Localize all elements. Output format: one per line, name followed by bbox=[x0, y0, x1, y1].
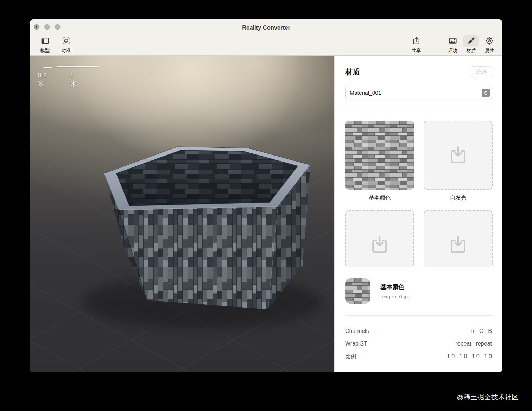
prop-wrap-values: repeat repeat bbox=[455, 337, 492, 350]
prop-scale-values: 1.0 1.0 1.0 1.0 bbox=[447, 350, 492, 363]
selected-texture-meta: 基本颜色 texgen_0.jpg bbox=[380, 283, 411, 299]
toolbar-share-button[interactable]: 共享 bbox=[408, 35, 424, 53]
environment-photo-icon bbox=[445, 35, 461, 47]
slot-emissive[interactable]: 自发光 bbox=[424, 121, 493, 210]
toolbar-material-button[interactable]: 材质 bbox=[463, 35, 479, 53]
slot-emissive-label: 自发光 bbox=[450, 194, 467, 201]
toolbar-environment-label: 环境 bbox=[448, 48, 458, 53]
toolbar-environment-button[interactable]: 环境 bbox=[445, 35, 461, 53]
scale-small-label: 0.2米 bbox=[38, 71, 47, 88]
share-icon bbox=[408, 35, 424, 47]
main-split: 0.2米 1米 材质 还原 Material_001 bbox=[30, 56, 502, 372]
slot-base-color[interactable]: 基本颜色 bbox=[345, 121, 414, 210]
texture-properties: Channels R G B Wrap ST repeat repeat bbox=[345, 316, 492, 363]
toolbar-align-button[interactable]: 对准 bbox=[58, 35, 74, 53]
window-chrome: Reality Converter 模型 bbox=[30, 19, 502, 56]
toolbar-material-label: 材质 bbox=[467, 48, 476, 53]
selected-texture-name: 基本颜色 bbox=[380, 283, 411, 291]
slot-base-color-label: 基本颜色 bbox=[369, 194, 391, 201]
3d-viewport[interactable]: 0.2米 1米 bbox=[30, 56, 334, 372]
toolbar-model-button[interactable]: 模型 bbox=[37, 35, 53, 53]
toolbar-align-label: 对准 bbox=[62, 48, 71, 53]
panel-header: 材质 还原 bbox=[345, 66, 492, 77]
base-color-texture-thumbnail[interactable] bbox=[345, 121, 414, 190]
prop-scale-label: 比例 bbox=[345, 350, 356, 363]
panel-title: 材质 bbox=[345, 67, 360, 77]
prop-channels-values: R G B bbox=[470, 325, 492, 337]
material-select[interactable]: Material_001 bbox=[345, 87, 492, 99]
prop-channels-label: Channels bbox=[345, 325, 369, 337]
download-icon bbox=[370, 235, 390, 255]
download-icon bbox=[448, 145, 468, 165]
model-sidebar-icon bbox=[37, 35, 53, 47]
materials-panel: 材质 还原 Material_001 bbox=[334, 56, 502, 372]
reality-converter-window: Reality Converter 模型 bbox=[30, 19, 502, 372]
reset-button[interactable]: 还原 bbox=[470, 66, 492, 77]
prop-wrap-label: Wrap ST bbox=[345, 337, 367, 350]
screenshot-canvas: Reality Converter 模型 bbox=[0, 0, 532, 411]
texture-drop-target[interactable] bbox=[424, 210, 493, 267]
texture-slot-grid: 基本颜色 自发光 bbox=[345, 121, 492, 267]
slot-empty-4[interactable] bbox=[424, 210, 493, 267]
scale-tick-large bbox=[57, 66, 99, 67]
scale-tick-small bbox=[43, 67, 52, 68]
prop-scale-row: 比例 1.0 1.0 1.0 1.0 bbox=[345, 350, 492, 363]
selected-texture-thumbnail[interactable] bbox=[345, 278, 370, 304]
toolbar-properties-label: 属性 bbox=[485, 48, 494, 53]
material-paintbrush-icon bbox=[463, 35, 479, 47]
slot-empty-3[interactable] bbox=[345, 210, 414, 267]
toolbar-properties-button[interactable]: 属性 bbox=[481, 35, 498, 53]
prop-wrap-row: Wrap ST repeat repeat bbox=[345, 337, 492, 350]
titlebar: Reality Converter bbox=[30, 19, 502, 35]
emissive-drop-target[interactable] bbox=[424, 121, 493, 190]
select-stepper-icon[interactable] bbox=[482, 89, 490, 97]
toolbar-model-label: 模型 bbox=[40, 48, 50, 53]
texture-slots-area: 基本颜色 自发光 bbox=[335, 108, 502, 267]
download-icon bbox=[448, 235, 468, 255]
scale-large-label: 1米 bbox=[70, 71, 77, 88]
align-viewfinder-icon bbox=[58, 35, 74, 47]
window-title: Reality Converter bbox=[30, 19, 502, 35]
properties-gear-icon bbox=[481, 35, 498, 47]
selected-texture-info: 基本颜色 texgen_0.jpg bbox=[345, 267, 492, 316]
prop-channels-row: Channels R G B bbox=[345, 325, 492, 337]
texture-drop-target[interactable] bbox=[345, 210, 414, 267]
scene-render bbox=[30, 56, 334, 372]
toolbar: 模型 对准 bbox=[30, 35, 502, 55]
material-select-value: Material_001 bbox=[350, 90, 381, 96]
toolbar-share-label: 共享 bbox=[412, 48, 421, 53]
toolbar-right-group: 环境 材质 bbox=[445, 35, 498, 53]
watermark: @稀土掘金技术社区 bbox=[457, 393, 519, 402]
selected-texture-filename: texgen_0.jpg bbox=[380, 293, 411, 299]
